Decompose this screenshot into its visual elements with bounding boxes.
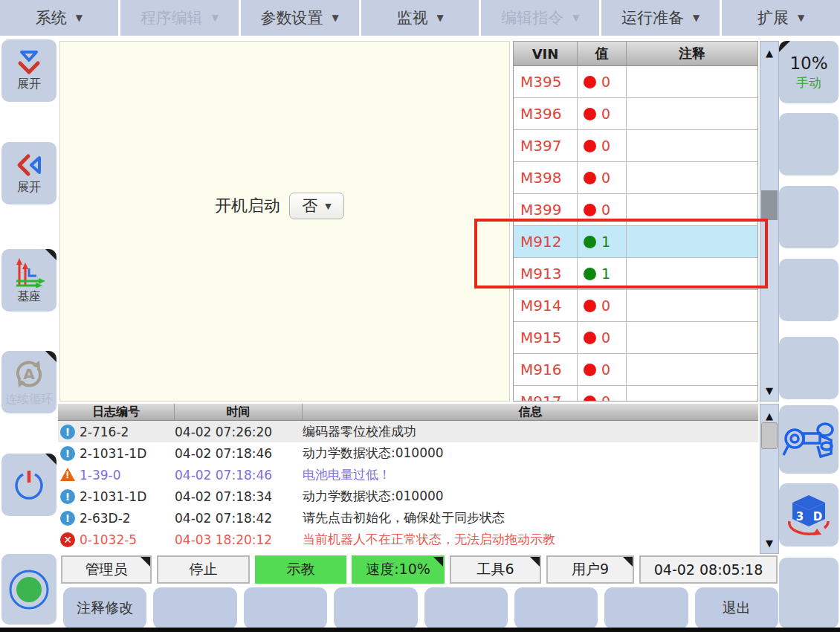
corner-marker <box>45 454 56 465</box>
log-row[interactable]: !2-1031-1D04-02 07:18:34动力学数据状态:010000 <box>58 486 758 507</box>
corner-marker <box>45 351 56 362</box>
value-text: 0 <box>601 201 610 218</box>
column-header-comment: 注释 <box>627 42 757 65</box>
log-row[interactable]: 1-39-004-02 07:18:46电池电量过低！ <box>58 464 758 486</box>
chevron-down-icon: ▼ <box>332 13 339 23</box>
fkey-exit[interactable]: 退出 <box>695 587 778 629</box>
boot-startup-label: 开机启动 <box>215 195 280 217</box>
red-highlight-box <box>474 219 768 288</box>
speed-cell[interactable]: 速度:10% <box>352 555 445 584</box>
scroll-down-icon[interactable]: ▼ <box>760 538 778 549</box>
menu-item-3[interactable]: 参数设置▼ <box>241 0 359 36</box>
fkey-label: 退出 <box>723 599 751 618</box>
comment-cell <box>627 322 757 353</box>
vin-table-row[interactable]: M9160 <box>514 354 757 386</box>
vin-table-row[interactable]: M3950 <box>514 66 757 98</box>
log-time: 04-02 07:26:20 <box>175 425 303 439</box>
vin-cell: M915 <box>514 322 578 353</box>
right-function-button-8[interactable] <box>779 558 839 628</box>
value-text: 0 <box>601 74 610 90</box>
red-dot-icon <box>584 364 596 376</box>
vin-table-row[interactable]: M3970 <box>514 130 757 162</box>
menu-item-5: 编辑指令▼ <box>481 0 599 36</box>
log-time: 04-03 18:20:12 <box>175 554 303 555</box>
speed-mode-button[interactable]: 10% 手动 <box>779 41 839 103</box>
robot-pendant-screen: 系统▼程序编辑▼参数设置▼监视▼编辑指令▼运行准备▼扩展▼ 展开 展开 <box>0 0 840 632</box>
tool-cell[interactable]: 工具6 <box>450 555 541 584</box>
fkey-empty-6[interactable] <box>514 587 598 629</box>
log-row[interactable]: !2-716-204-02 07:26:20编码器零位校准成功 <box>58 421 758 442</box>
log-row[interactable]: ✕0-1032-504-03 18:20:12当前机器人不在正常状态，无法启动拖… <box>58 529 758 550</box>
scrollbar-thumb[interactable] <box>761 190 778 220</box>
drag-teach-button[interactable] <box>779 405 839 474</box>
top-menu-bar: 系统▼程序编辑▼参数设置▼监视▼编辑指令▼运行准备▼扩展▼ <box>0 0 840 36</box>
fkey-comment-edit[interactable]: 注释修改 <box>63 587 146 629</box>
servo-status-button[interactable] <box>1 554 56 625</box>
vin-table-row[interactable]: M9170 <box>514 386 757 402</box>
expand-left-button[interactable]: 展开 <box>1 142 56 204</box>
fkey-empty-7[interactable] <box>604 587 688 629</box>
3d-view-button[interactable]: 3 D <box>779 483 839 546</box>
fkey-empty-5[interactable] <box>424 587 508 629</box>
log-row[interactable]: !2-63D-204-02 07:18:42请先点击初始化，确保处于同步状态 <box>58 507 758 529</box>
right-function-button-3[interactable] <box>779 186 839 248</box>
menu-item-7[interactable]: 扩展▼ <box>722 0 840 36</box>
vin-cell: M916 <box>514 354 578 385</box>
info-icon: ! <box>60 511 75 526</box>
scroll-up-icon[interactable]: ▲ <box>760 410 778 422</box>
value-text: 0 <box>601 297 610 314</box>
menu-item-1[interactable]: 系统▼ <box>0 0 118 36</box>
user-level-cell[interactable]: 管理员 <box>61 555 152 584</box>
user-frame-cell[interactable]: 用户9 <box>546 555 634 584</box>
menu-item-4[interactable]: 监视▼ <box>361 0 479 36</box>
fkey-empty-4[interactable] <box>334 587 417 629</box>
vin-table-row[interactable]: M9140 <box>514 290 757 322</box>
comment-cell <box>627 98 757 129</box>
chevron-down-icon: ▼ <box>76 13 83 23</box>
log-scrollbar[interactable]: ▲ ▼ <box>760 404 779 554</box>
warning-icon <box>60 468 75 481</box>
comment-cell <box>627 386 757 402</box>
menu-item-label: 运行准备 <box>621 7 684 28</box>
vin-table-row[interactable]: M3980 <box>514 162 757 194</box>
vin-table-row[interactable]: M3960 <box>514 98 757 130</box>
right-function-button-2[interactable] <box>779 113 839 175</box>
log-row[interactable]: !2-1031-1D04-02 07:18:46动力学数据状态:010000 <box>58 442 758 464</box>
corner-marker <box>140 557 150 567</box>
right-function-button-5[interactable] <box>779 337 839 399</box>
log-message: 当前机器人不在正常状态，无法启动拖动示教 <box>303 531 758 548</box>
speed-label: 速度:10% <box>366 560 430 579</box>
scrollbar-thumb[interactable] <box>761 422 778 449</box>
right-function-button-4[interactable] <box>779 259 839 321</box>
expand-down-button[interactable]: 展开 <box>1 39 56 102</box>
red-dot-icon <box>584 396 596 402</box>
log-panel: 日志编号 时间 信息 !2-716-204-02 07:26:20编码器零位校准… <box>58 404 779 554</box>
fkey-empty-3[interactable] <box>244 587 327 629</box>
vin-table-row[interactable]: M9150 <box>514 322 757 354</box>
log-time: 04-02 07:18:46 <box>175 468 303 483</box>
chevron-down-icon: ▼ <box>693 13 700 23</box>
log-message: 电池电量过低！ <box>303 466 758 483</box>
power-button[interactable] <box>1 454 56 516</box>
log-id: 0-1032-5 <box>80 554 175 555</box>
chevron-down-icon: ▼ <box>798 13 804 23</box>
scroll-up-icon[interactable]: ▲ <box>760 48 778 59</box>
vin-cell: M395 <box>514 66 578 97</box>
value-cell: 0 <box>578 322 627 353</box>
teach-mode-cell[interactable]: 示教 <box>255 555 346 584</box>
base-frame-button[interactable]: 基座 <box>1 249 56 312</box>
speed-percent-label: 10% <box>789 54 827 73</box>
tool-label: 工具6 <box>476 560 514 579</box>
log-message: 请先点击初始化，确保处于同步状态 <box>303 509 758 526</box>
log-row[interactable]: ✕0-1032-504-03 18:20:12当前机器人不在正常状态，无法启动拖… <box>58 550 758 554</box>
continuous-loop-button: A 连续循环 <box>1 351 56 413</box>
status-bar: 管理员 停止 示教 速度:10% 工具6 用户9 04-02 08:05:18 <box>61 555 784 584</box>
manual-mode-label: 手动 <box>796 74 821 91</box>
fkey-empty-2[interactable] <box>153 587 236 629</box>
handheld-device-icon <box>782 418 836 461</box>
boot-startup-dropdown[interactable]: 否 ▼ <box>289 193 344 219</box>
run-state-cell[interactable]: 停止 <box>157 555 250 584</box>
scroll-down-icon[interactable]: ▼ <box>760 385 778 396</box>
menu-item-6[interactable]: 运行准备▼ <box>601 0 720 36</box>
parameter-panel: 开机启动 否 ▼ <box>59 41 510 402</box>
